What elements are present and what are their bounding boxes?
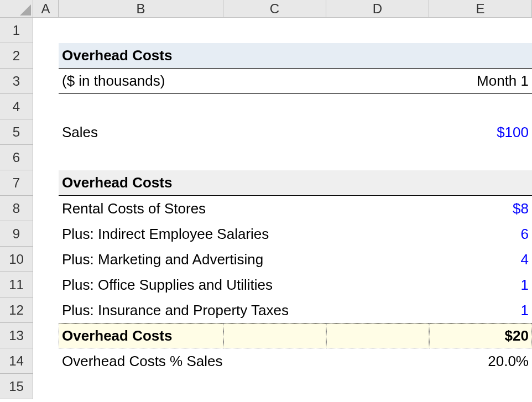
cell-a14[interactable]: [33, 348, 59, 374]
select-all-corner[interactable]: [0, 0, 33, 18]
cell-d5[interactable]: [326, 119, 429, 145]
col-header-b[interactable]: B: [59, 0, 223, 18]
cell-b6[interactable]: [59, 145, 223, 170]
cell-c14[interactable]: [223, 348, 326, 374]
row-header-10[interactable]: 10: [0, 247, 33, 272]
cell-a1[interactable]: [33, 18, 59, 43]
cell-c5[interactable]: [223, 119, 326, 145]
cell-c3[interactable]: [223, 69, 326, 94]
cell-a4[interactable]: [33, 94, 59, 119]
cell-d11[interactable]: [326, 272, 429, 297]
cell-a12[interactable]: [33, 297, 59, 323]
row-header-5[interactable]: 5: [0, 119, 33, 145]
cell-e14-pct-value[interactable]: 20.0%: [429, 348, 532, 374]
row-header-3[interactable]: 3: [0, 69, 33, 94]
cell-e7[interactable]: [429, 170, 532, 196]
cell-b11-item-label[interactable]: Plus: Office Supplies and Utilities: [59, 272, 223, 297]
cell-b2-title[interactable]: Overhead Costs: [59, 43, 223, 69]
cell-d13[interactable]: [326, 323, 429, 348]
row-header-14[interactable]: 14: [0, 348, 33, 374]
cell-b15[interactable]: [59, 374, 223, 399]
cell-e13-total-value[interactable]: $20: [429, 323, 532, 348]
row-header-6[interactable]: 6: [0, 145, 33, 170]
cell-b3-units[interactable]: ($ in thousands): [59, 69, 223, 94]
col-header-a[interactable]: A: [33, 0, 59, 18]
cell-b5-sales-label[interactable]: Sales: [59, 119, 223, 145]
col-header-d[interactable]: D: [326, 0, 429, 18]
cell-b8-item-label[interactable]: Rental Costs of Stores: [59, 196, 223, 221]
cell-e15[interactable]: [429, 374, 532, 399]
cell-a5[interactable]: [33, 119, 59, 145]
row-header-2[interactable]: 2: [0, 43, 33, 69]
cell-d6[interactable]: [326, 145, 429, 170]
cell-c7[interactable]: [223, 170, 326, 196]
cell-b12-item-label[interactable]: Plus: Insurance and Property Taxes: [59, 297, 223, 323]
cell-e10-item-value[interactable]: 4: [429, 247, 532, 272]
cell-d15[interactable]: [326, 374, 429, 399]
cell-d9[interactable]: [326, 221, 429, 247]
cell-a3[interactable]: [33, 69, 59, 94]
cell-d4[interactable]: [326, 94, 429, 119]
cell-a11[interactable]: [33, 272, 59, 297]
cell-a13[interactable]: [33, 323, 59, 348]
cell-e4[interactable]: [429, 94, 532, 119]
col-header-c[interactable]: C: [223, 0, 326, 18]
cell-e11-item-value[interactable]: 1: [429, 272, 532, 297]
cell-a6[interactable]: [33, 145, 59, 170]
row-header-4[interactable]: 4: [0, 94, 33, 119]
cell-d14[interactable]: [326, 348, 429, 374]
row-header-1[interactable]: 1: [0, 18, 33, 43]
cell-e9-item-value[interactable]: 6: [429, 221, 532, 247]
cell-e1[interactable]: [429, 18, 532, 43]
row-header-15[interactable]: 15: [0, 374, 33, 399]
cell-c8[interactable]: [223, 196, 326, 221]
cell-b9-item-label[interactable]: Plus: Indirect Employee Salaries: [59, 221, 223, 247]
cell-c6[interactable]: [223, 145, 326, 170]
cell-d12[interactable]: [326, 297, 429, 323]
cell-a15[interactable]: [33, 374, 59, 399]
cell-b10-item-label[interactable]: Plus: Marketing and Advertising: [59, 247, 223, 272]
cell-e2[interactable]: [429, 43, 532, 69]
row-header-7[interactable]: 7: [0, 170, 33, 196]
cell-e12-item-value[interactable]: 1: [429, 297, 532, 323]
cell-e8-item-value[interactable]: $8: [429, 196, 532, 221]
cell-c4[interactable]: [223, 94, 326, 119]
cell-c2[interactable]: [223, 43, 326, 69]
cell-a9[interactable]: [33, 221, 59, 247]
cell-b13-total-label[interactable]: Overhead Costs: [59, 323, 223, 348]
cell-e6[interactable]: [429, 145, 532, 170]
cell-d7[interactable]: [326, 170, 429, 196]
cell-c15[interactable]: [223, 374, 326, 399]
col-header-e[interactable]: E: [429, 0, 532, 18]
cell-b1[interactable]: [59, 18, 223, 43]
row-header-13[interactable]: 13: [0, 323, 33, 348]
cell-d2[interactable]: [326, 43, 429, 69]
cell-a10[interactable]: [33, 247, 59, 272]
cell-b4[interactable]: [59, 94, 223, 119]
cell-d3[interactable]: [326, 69, 429, 94]
cell-e3-period[interactable]: Month 1: [429, 69, 532, 94]
row-header-9[interactable]: 9: [0, 221, 33, 247]
spreadsheet-grid: A B C D E 1 2 Overhead Costs 3 ($ in tho…: [0, 0, 532, 399]
cell-b14-pct-label[interactable]: Overhead Costs % Sales: [59, 348, 223, 374]
cell-c13[interactable]: [223, 323, 326, 348]
cell-d1[interactable]: [326, 18, 429, 43]
row-header-12[interactable]: 12: [0, 297, 33, 323]
cell-a8[interactable]: [33, 196, 59, 221]
row-header-8[interactable]: 8: [0, 196, 33, 221]
cell-d8[interactable]: [326, 196, 429, 221]
cell-a2[interactable]: [33, 43, 59, 69]
cell-a7[interactable]: [33, 170, 59, 196]
cell-d10[interactable]: [326, 247, 429, 272]
row-header-11[interactable]: 11: [0, 272, 33, 297]
cell-b7-section[interactable]: Overhead Costs: [59, 170, 223, 196]
cell-e5-sales-value[interactable]: $100: [429, 119, 532, 145]
cell-c1[interactable]: [223, 18, 326, 43]
